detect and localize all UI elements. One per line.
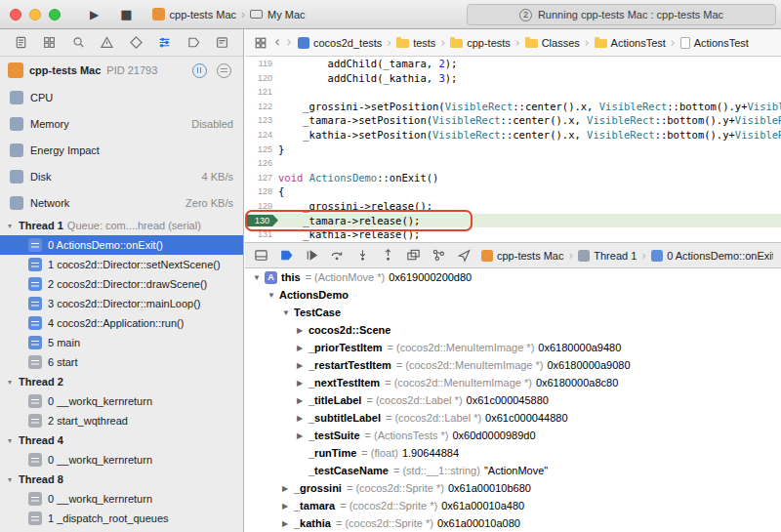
scheme-name[interactable]: cpp-tests Mac	[170, 9, 236, 20]
line-number[interactable]: 125	[245, 143, 278, 157]
variable-row[interactable]: ▼TestCase	[245, 304, 781, 321]
breadcrumb-item[interactable]: 0 ActionsDemo::onExit()	[651, 250, 773, 262]
pause-process-button[interactable]	[192, 63, 207, 78]
step-over-icon[interactable]	[329, 248, 345, 264]
close-window-button[interactable]	[10, 9, 21, 20]
line-number[interactable]: 130	[245, 214, 278, 228]
run-button[interactable]: ▶	[90, 8, 99, 21]
stack-frame[interactable]: 1 cocos2d::Director::setNextScene()	[0, 255, 243, 274]
minimize-window-button[interactable]	[29, 9, 41, 20]
disclosure-triangle-icon[interactable]: ▼	[253, 273, 265, 282]
stack-frame[interactable]: 2 cocos2d::Director::drawScene()	[0, 274, 243, 294]
thread-header[interactable]: ▾Thread 4	[0, 430, 243, 450]
find-navigator-tab[interactable]	[70, 35, 86, 51]
variable-row[interactable]: ▶_testSuite= (ActionsTests *)0x60d000098…	[245, 427, 781, 444]
line-number[interactable]: 124	[245, 128, 278, 143]
issue-navigator-tab[interactable]	[100, 35, 115, 51]
disclosure-triangle-icon[interactable]: ▶	[297, 379, 308, 388]
variable-row[interactable]: ▶_priorTestItem= (cocos2d::MenuItemImage…	[245, 339, 781, 356]
thread-header[interactable]: ▾Thread 8	[0, 470, 243, 489]
disclosure-triangle-icon[interactable]: ▾	[8, 475, 19, 484]
gauge-row-disk[interactable]: Disk4 KB/s	[0, 163, 243, 189]
stack-frame[interactable]: 0 __workq_kernreturn	[0, 489, 243, 509]
code-line[interactable]: 125}	[245, 143, 781, 157]
code-line[interactable]: 129 _grossini->release();	[245, 199, 781, 214]
code-line[interactable]: 124 _kathia->setPosition(VisibleRect::ce…	[245, 128, 781, 143]
gauge-row-memory[interactable]: MemoryDisabled	[0, 110, 243, 137]
issues-badge[interactable]: 2	[519, 9, 532, 21]
disclosure-triangle-icon[interactable]: ▶	[297, 396, 308, 405]
code-line[interactable]: 122 _grossini->setPosition(VisibleRect::…	[245, 100, 781, 114]
disclosure-triangle-icon[interactable]: ▶	[297, 326, 308, 335]
continue-execution-icon[interactable]	[304, 248, 319, 264]
variable-row[interactable]: ▶_titleLabel= (cocos2d::Label *)0x61c000…	[245, 391, 781, 409]
gauge-row-network[interactable]: NetworkZero KB/s	[0, 189, 243, 216]
breadcrumb-item[interactable]: Thread 1	[578, 250, 637, 262]
code-line[interactable]: 128{	[245, 184, 781, 199]
process-row[interactable]: cpp-tests Mac PID 21793	[0, 57, 243, 84]
line-number[interactable]: 121	[245, 85, 278, 100]
stack-frame[interactable]: 0 ActionsDemo::onExit()	[0, 235, 243, 255]
line-number[interactable]: 119	[245, 57, 278, 71]
variable-row[interactable]: ▼ActionsDemo	[245, 286, 781, 304]
toggle-debug-area-icon[interactable]	[253, 248, 268, 264]
stack-frame[interactable]: 0 __workq_kernreturn	[0, 391, 243, 411]
disclosure-triangle-icon[interactable]: ▾	[8, 378, 19, 387]
code-line[interactable]: 119 addChild(_tamara, 2);	[245, 57, 781, 71]
breadcrumb-item[interactable]: cpp-tests Mac	[481, 250, 563, 262]
back-button[interactable]: ‹	[274, 35, 280, 50]
line-number[interactable]: 123	[245, 113, 278, 128]
gauge-row-cpu[interactable]: CPU	[0, 84, 243, 110]
disclosure-triangle-icon[interactable]: ▶	[282, 484, 294, 493]
disclosure-triangle-icon[interactable]: ▶	[282, 502, 294, 511]
source-editor[interactable]: 119 addChild(_tamara, 2);120 addChild(_k…	[245, 57, 781, 242]
variable-row[interactable]: ▶_kathia= (cocos2d::Sprite *)0x61a00010a…	[245, 514, 781, 532]
line-number[interactable]: 131	[245, 227, 278, 242]
variable-row[interactable]: ▼Athis= (ActionMove *)0x619000200d80	[245, 268, 781, 286]
memory-graph-icon[interactable]	[431, 248, 446, 264]
symbol-navigator-tab[interactable]	[42, 35, 58, 51]
simulate-location-icon[interactable]	[456, 248, 472, 264]
stop-button[interactable]: ■	[120, 7, 132, 21]
forward-button[interactable]: ›	[286, 35, 292, 50]
disclosure-triangle-icon[interactable]: ▾	[8, 436, 19, 445]
breadcrumb-item[interactable]: ActionsTest	[680, 37, 749, 49]
variable-row[interactable]: _testCaseName= (std::__1::string)"Action…	[245, 462, 781, 479]
scheme-selector[interactable]: cpp-tests Mac › My Mac	[152, 8, 306, 21]
line-number[interactable]: 126	[245, 156, 278, 171]
breadcrumb-item[interactable]: cpp-tests	[450, 37, 511, 49]
stack-frame[interactable]: 5 main	[0, 333, 243, 352]
code-line[interactable]: 127void ActionsDemo::onExit()	[245, 171, 781, 185]
stack-frame[interactable]: 3 cocos2d::Director::mainLoop()	[0, 294, 243, 313]
destination-name[interactable]: My Mac	[267, 9, 306, 20]
thread-view-options-button[interactable]	[217, 63, 231, 78]
variable-row[interactable]: _runTime= (float)1.90644884	[245, 444, 781, 462]
line-number[interactable]: 129	[245, 199, 278, 214]
breadcrumb-item[interactable]: tests	[396, 37, 435, 49]
line-number[interactable]: 122	[245, 100, 278, 114]
stack-frame[interactable]: 6 start	[0, 352, 243, 372]
disclosure-triangle-icon[interactable]: ▶	[297, 344, 308, 352]
stack-frame[interactable]: 0 __workq_kernreturn	[0, 450, 243, 470]
code-line[interactable]: 123 _tamara->setPosition(VisibleRect::ce…	[245, 113, 781, 128]
view-hierarchy-icon[interactable]	[405, 248, 421, 264]
variable-row[interactable]: ▶_nextTestItem= (cocos2d::MenuItemImage …	[245, 374, 781, 391]
variable-row[interactable]: ▶_subtitleLabel= (cocos2d::Label *)0x61c…	[245, 409, 781, 427]
code-line[interactable]: 126	[245, 156, 781, 171]
disclosure-triangle-icon[interactable]: ▾	[8, 222, 19, 230]
thread-header[interactable]: ▾Thread 1Queue: com....hread (serial)	[0, 216, 243, 235]
breadcrumb-item[interactable]: Classes	[525, 37, 580, 49]
variable-row[interactable]: ▶_restartTestItem= (cocos2d::MenuItemIma…	[245, 356, 781, 374]
breadcrumb-item[interactable]: ActionsTest	[595, 37, 666, 49]
disclosure-triangle-icon[interactable]: ▶	[297, 414, 308, 423]
line-number[interactable]: 128	[245, 184, 278, 199]
disclosure-triangle-icon[interactable]: ▼	[282, 308, 294, 317]
variable-row[interactable]: ▶_tamara= (cocos2d::Sprite *)0x61a00010a…	[245, 497, 781, 514]
step-out-icon[interactable]	[380, 248, 395, 264]
report-navigator-tab[interactable]	[215, 35, 230, 51]
disclosure-triangle-icon[interactable]: ▶	[297, 431, 308, 440]
code-line[interactable]: 130 _tamara->release();	[245, 214, 781, 228]
line-number[interactable]: 127	[245, 171, 278, 185]
variable-row[interactable]: ▶_grossini= (cocos2d::Sprite *)0x61a0001…	[245, 479, 781, 497]
breadcrumb-item[interactable]: cocos2d_tests	[298, 37, 382, 49]
